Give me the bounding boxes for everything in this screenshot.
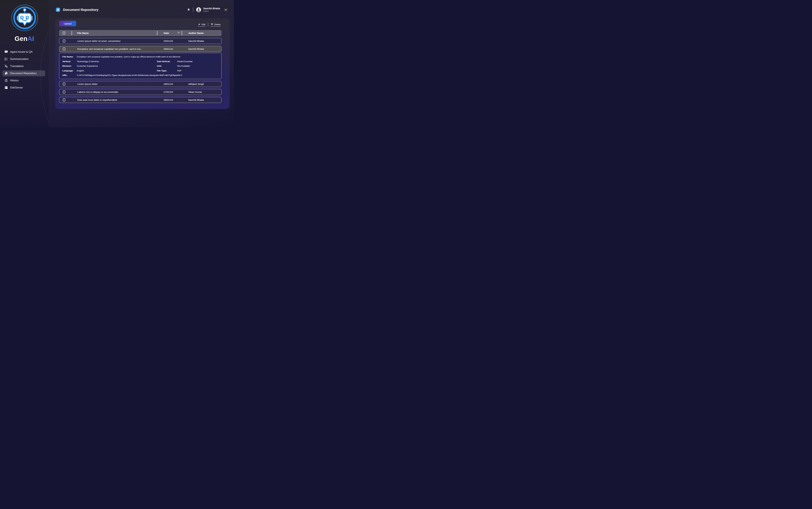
detail-value-division: Customer Experience [77,65,98,67]
detail-label: Sub-Vertical: [157,60,170,63]
page-header: Document Repository Sanchit Bhatia Admin [56,6,228,13]
sidebar: GenAI Agent Assist & QA Summarization Tr… [0,0,49,127]
detail-value-language: English [77,69,84,72]
edit-button[interactable]: Edit [198,23,205,27]
user-role: Admin [203,10,220,12]
notification-bell-icon[interactable] [187,8,190,11]
header-divider [193,7,193,12]
sidebar-item-label: Translation [10,65,24,68]
row-checkbox[interactable] [63,91,65,93]
row-checkbox[interactable] [63,47,65,50]
sidebar-item-translation[interactable]: Translation [0,63,49,70]
cell-date: 26/01/24 [158,82,182,86]
header-divider [72,31,72,35]
document-repository-icon [56,8,60,12]
cell-date: 26/01/24 [158,47,182,50]
header-divider [157,31,157,35]
detail-label: Language: [62,69,73,72]
detail-label: URL: [62,74,68,76]
detail-value-url: C:/rP1VV8O8iguriV22wNkqOg/HCL?type=desig… [77,74,182,76]
table-header: File Name Date Author Name [59,30,222,36]
user-info: Sanchit Bhatia Admin [203,7,220,12]
sidebar-item-label: Document Repository [10,72,36,75]
detail-label: Unit: [157,65,162,67]
sidebar-item-label: History [10,79,19,82]
header-right: Sanchit Bhatia Admin [187,7,228,12]
robot-logo-icon [11,4,38,32]
cell-date: 28/01/24 [158,99,182,101]
actions-divider [208,23,208,27]
cell-author: Abhijeet Singh [182,82,221,86]
trash-icon [211,23,213,26]
cell-author: Sanchit Bhatia [182,40,221,42]
cell-file-name: Excepteur sint occaecat cupidatat non pr… [72,47,158,50]
delete-button[interactable]: Delete [210,23,221,27]
detail-value-file-name: Excepteur sint occaecat cupidatat non pr… [77,56,181,58]
sidebar-item-label: Agent Assist & QA [10,50,33,54]
edit-label: Edit [201,23,205,26]
main-area: Document Repository Sanchit Bhatia Admin [49,0,234,127]
row-detail-panel: File Name: Excepteur sint occaecat cupid… [59,53,222,79]
cell-file-name: Lorem ipsum dolor sit amet, consectetur [72,40,158,42]
page-title: Document Repository [63,8,98,12]
translate-icon [4,64,8,68]
sidebar-item-label: Summarization [10,58,28,61]
avatar[interactable] [196,7,201,12]
sidebar-item-agent-assist-qa[interactable]: Agent Assist & QA [0,48,49,56]
user-name: Sanchit Bhatia [203,7,220,10]
row-checkbox[interactable] [63,82,65,86]
detail-label: Vertical: [62,60,71,63]
sidebar-nav: Agent Assist & QA Summarization Translat… [0,48,49,91]
delete-label: Delete [214,23,221,26]
pencil-icon [198,23,200,26]
card-actions: Edit Delete [198,23,221,27]
sidebar-item-doksense[interactable]: DokSense [0,84,49,91]
cell-author: Sanchit Bhatia [182,99,221,101]
user-menu-button[interactable] [224,8,228,11]
repository-card: Upload Edit Delete [55,18,230,109]
table-body: Lorem ipsum dolor sit amet, consectetur … [59,38,222,103]
table-row[interactable]: Lorem ipsum dolor 26/01/24 Abhijeet Sing… [59,81,222,87]
column-header-author[interactable]: Author Name [183,32,222,34]
ai-logo: ARTIFICIAL Intelligence AI LOGO [0,103,49,124]
column-header-date[interactable]: Date [158,32,183,34]
chat-icon [4,50,8,54]
row-checkbox[interactable] [63,40,65,42]
app-window: GenAI Agent Assist & QA Summarization Tr… [0,0,234,127]
cell-file-name: Duis aute irure dolor in reprehenderit [72,99,158,101]
detail-label: File Type: [157,69,167,72]
sidebar-item-document-repository[interactable]: Document Repository [0,70,49,77]
column-header-file-name[interactable]: File Name [72,32,158,34]
filter-icon[interactable] [177,32,180,34]
grid-dots-icon [4,57,8,61]
cell-author: Vikas Kumar [182,91,221,93]
cell-file-name: Lorem ipsum dolor [72,82,158,86]
detail-value-file-type: PDF [177,69,182,72]
table-row[interactable]: Excepteur sint occaecat cupidatat non pr… [59,46,222,52]
documents-table: File Name Date Author Name Lorem i [59,30,222,103]
select-all-checkbox[interactable] [63,32,65,34]
cell-file-name: Laboris nisi ut aliquip ex ea commodo [72,91,158,93]
table-row[interactable]: Laboris nisi ut aliquip ex ea commodo 27… [59,89,222,95]
detail-label: File Name: [62,56,73,58]
cell-date: 27/01/24 [158,91,182,93]
cell-date: 25/01/24 [158,40,182,42]
header-divider [182,31,182,35]
row-checkbox[interactable] [63,99,65,101]
upload-button[interactable]: Upload [59,21,76,26]
sidebar-item-summarization[interactable]: Summarization [0,56,49,63]
table-row[interactable]: Lorem ipsum dolor sit amet, consectetur … [59,38,222,44]
table-row[interactable]: Duis aute irure dolor in reprehenderit 2… [59,97,222,103]
cell-author: Sanchit Bhatia [182,47,221,50]
detail-value-vertical: Technology & Services [77,60,99,63]
sidebar-item-label: DokSense [10,86,23,89]
wallet-icon [4,86,8,90]
detail-label: Division: [62,65,72,67]
date-header-label: Date [164,32,169,34]
detail-value-sub-vertical: Retail-Essential [177,60,192,63]
brand-wordmark: GenAI [0,35,49,42]
history-icon [4,79,8,82]
detail-value-unit: Not Available [177,65,190,67]
sidebar-item-history[interactable]: History [0,77,49,84]
documents-icon [4,72,8,75]
